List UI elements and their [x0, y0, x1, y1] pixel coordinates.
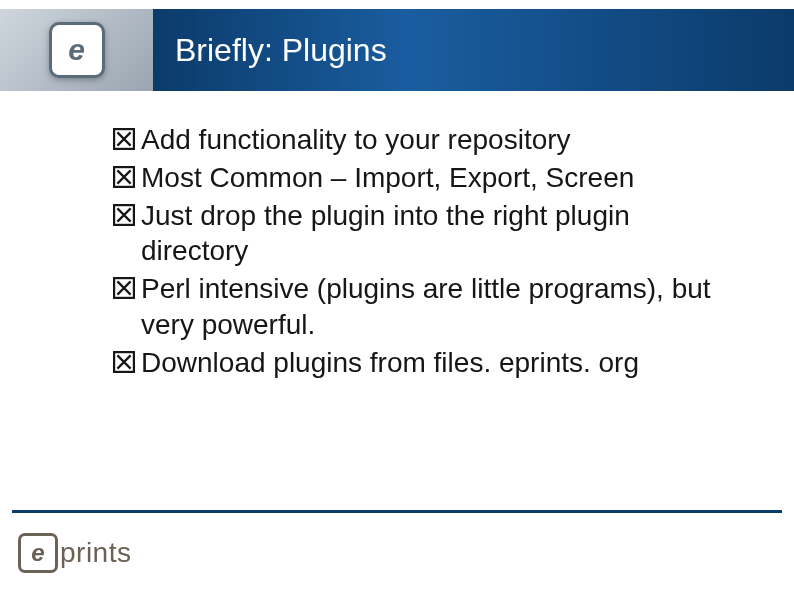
footer-divider — [12, 510, 782, 513]
checkbox-x-icon — [113, 351, 135, 373]
slide-header: e Briefly: Plugins — [0, 9, 794, 91]
checkbox-x-icon — [113, 277, 135, 299]
list-item: Just drop the plugin into the right plug… — [113, 198, 734, 270]
header-title-bar: Briefly: Plugins — [153, 9, 794, 91]
bullet-text: Download plugins from files. eprints. or… — [141, 345, 639, 381]
checkbox-x-icon — [113, 128, 135, 150]
checkbox-x-icon — [113, 204, 135, 226]
list-item: Perl intensive (plugins are little progr… — [113, 271, 734, 343]
slide-title: Briefly: Plugins — [175, 32, 387, 69]
slide-content: Add functionality to your repository Mos… — [113, 122, 734, 383]
footer-logo-glyph: e — [31, 539, 44, 567]
list-item: Download plugins from files. eprints. or… — [113, 345, 734, 381]
footer-logo-icon: e — [18, 533, 58, 573]
footer-logo: e prints — [18, 533, 131, 573]
list-item: Add functionality to your repository — [113, 122, 734, 158]
eprints-icon-glyph: e — [68, 33, 85, 67]
bullet-text: Add functionality to your repository — [141, 122, 571, 158]
bullet-text: Perl intensive (plugins are little progr… — [141, 271, 734, 343]
bullet-text: Most Common – Import, Export, Screen — [141, 160, 634, 196]
header-icon-background: e — [0, 9, 153, 91]
list-item: Most Common – Import, Export, Screen — [113, 160, 734, 196]
eprints-icon: e — [49, 22, 105, 78]
footer-logo-text: prints — [60, 537, 131, 569]
bullet-text: Just drop the plugin into the right plug… — [141, 198, 734, 270]
checkbox-x-icon — [113, 166, 135, 188]
